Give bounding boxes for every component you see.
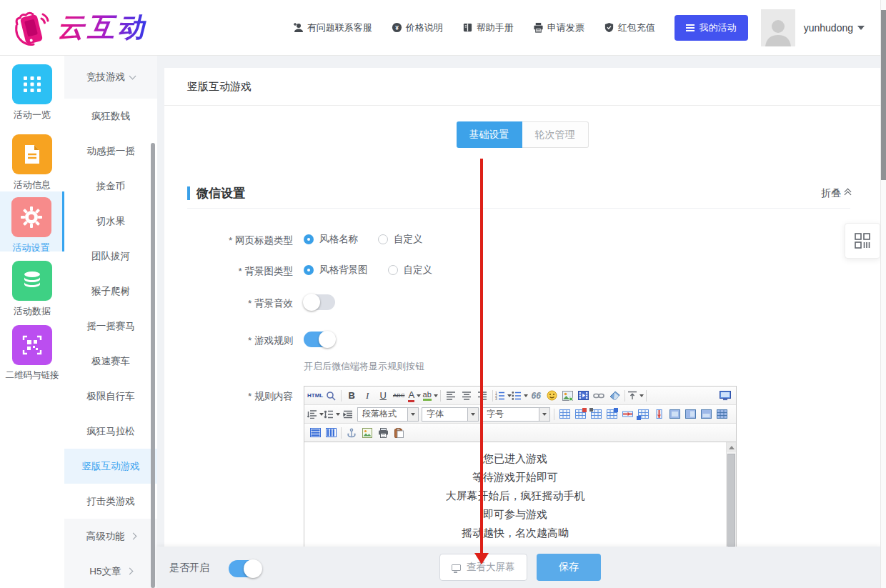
sidebar-item-activity-info[interactable]: 活动信息 (0, 134, 64, 191)
insert-column-button[interactable] (635, 407, 651, 422)
tab-round-management[interactable]: 轮次管理 (522, 121, 589, 148)
nav-contact-support[interactable]: 有问题联系客服 (292, 21, 372, 34)
align-left-button[interactable] (443, 388, 459, 403)
highlight-button[interactable]: ab (422, 388, 438, 403)
table-fill-rows-button[interactable] (307, 425, 323, 440)
font-color-button[interactable]: A (407, 388, 422, 403)
game-item[interactable]: 猴子爬树 (64, 274, 157, 309)
paste-button[interactable] (391, 425, 407, 440)
game-item[interactable]: 动感摇一摇 (64, 134, 157, 169)
sidebar-item-activity-settings[interactable]: 活动设置 (0, 191, 64, 251)
bg-sound-toggle[interactable] (304, 294, 335, 310)
strikethrough-button[interactable]: ABC (391, 388, 407, 403)
games-scrollbar[interactable] (151, 143, 155, 588)
game-item[interactable]: 疯狂马拉松 (64, 414, 157, 449)
game-item[interactable]: 摇一摇赛马 (64, 309, 157, 344)
table-icon (559, 409, 570, 419)
fullscreen-button[interactable] (717, 388, 733, 403)
editor-scrollbar-thumb[interactable] (727, 454, 735, 547)
paragraph-format-select[interactable]: 段落格式 (357, 407, 419, 422)
save-button[interactable]: 保存 (537, 554, 601, 581)
nav-pricing[interactable]: ¥ 价格说明 (392, 21, 443, 34)
underline-button[interactable]: U (375, 388, 391, 403)
table-fill-columns-button[interactable] (323, 425, 339, 440)
scroll-up-icon[interactable] (727, 442, 736, 452)
font-size-select[interactable]: 字号 (482, 407, 550, 422)
my-activities-button[interactable]: 我的活动 (675, 15, 748, 41)
avatar[interactable] (761, 9, 795, 46)
game-item[interactable]: 疯狂数钱 (64, 99, 157, 134)
image-map-button[interactable] (359, 425, 375, 440)
sidebar-item-activity-data[interactable]: 活动数据 (0, 261, 64, 318)
collapse-button[interactable]: 折叠 (821, 187, 850, 200)
tab-basic-settings[interactable]: 基础设置 (457, 121, 522, 148)
anchor-button[interactable] (344, 425, 359, 440)
page-scrollbar[interactable] (880, 0, 886, 588)
align-center-button[interactable] (459, 388, 474, 403)
page-scrollbar-thumb[interactable] (881, 10, 886, 180)
insert-image-button[interactable] (559, 388, 575, 403)
caret-down-icon (639, 394, 644, 397)
insert-video-button[interactable] (575, 388, 591, 403)
merge-down-button[interactable] (698, 407, 714, 422)
field-label-bg-type: * 背景图类型 (168, 265, 293, 278)
font-family-select[interactable]: 字体 (422, 407, 479, 422)
radio-custom-title[interactable]: 自定义 (378, 233, 423, 246)
indent-button[interactable] (340, 407, 356, 422)
game-item[interactable]: 极速赛车 (64, 344, 157, 379)
align-top-icon (627, 391, 637, 400)
red-arrow-head (474, 553, 489, 564)
remove-format-button[interactable] (607, 388, 622, 403)
user-menu[interactable]: yunhudong (804, 22, 865, 34)
game-item[interactable]: 切水果 (64, 204, 157, 239)
delete-row-button[interactable] (619, 407, 635, 422)
ordered-list-button[interactable]: 123 (495, 388, 512, 403)
paragraph-spacing-button[interactable] (324, 407, 340, 422)
merge-cells-button[interactable] (667, 407, 682, 422)
caret-down-icon (434, 394, 438, 397)
delete-row-icon (622, 409, 633, 419)
italic-button[interactable]: I (359, 388, 375, 403)
radio-style-bg[interactable]: 风格背景图 (304, 264, 368, 276)
games-footer-h5[interactable]: H5文章 (64, 554, 157, 588)
enable-toggle[interactable] (229, 560, 262, 577)
unordered-list-button[interactable] (512, 388, 528, 403)
layout-widget-button[interactable] (845, 223, 880, 259)
logo[interactable]: 云互动 (11, 9, 147, 47)
games-footer-advanced[interactable]: 高级功能 (64, 519, 157, 554)
nav-invoice[interactable]: 申请发票 (533, 21, 584, 34)
emoticon-button[interactable] (544, 388, 559, 403)
sidebar-item-qrcode-links[interactable]: 二维码与链接 (0, 325, 64, 382)
nav-redpacket-recharge[interactable]: 红包充值 (604, 21, 655, 34)
table-header-button[interactable] (588, 407, 604, 422)
delete-table-button[interactable] (572, 407, 588, 422)
html-source-button[interactable]: HTML (307, 388, 323, 403)
preview-button[interactable] (323, 388, 339, 403)
video-icon (578, 391, 589, 400)
game-item[interactable]: 打击类游戏 (64, 484, 157, 519)
merge-right-button[interactable] (682, 407, 698, 422)
radio-custom-bg[interactable]: 自定义 (388, 264, 433, 276)
insert-link-button[interactable] (591, 388, 607, 403)
games-category-competitive[interactable]: 竞技游戏 (64, 56, 157, 99)
game-rules-toggle[interactable] (304, 332, 335, 347)
game-item[interactable]: 极限自行车 (64, 379, 157, 414)
vertical-align-button[interactable] (627, 388, 644, 403)
blockquote-button[interactable]: 66 (528, 388, 544, 403)
price-badge-icon: ¥ (392, 22, 402, 33)
sidebar-item-activity-overview[interactable]: 活动一览 (0, 64, 64, 121)
merge-right-icon (685, 409, 696, 419)
print-button[interactable] (375, 425, 391, 440)
caret-down-icon (417, 394, 421, 397)
line-height-button[interactable] (307, 407, 324, 422)
delete-column-button[interactable] (651, 407, 667, 422)
game-item[interactable]: 团队拔河 (64, 239, 157, 274)
split-cell-button[interactable] (714, 407, 730, 422)
game-item[interactable]: 接金币 (64, 169, 157, 204)
radio-style-name[interactable]: 风格名称 (304, 233, 358, 246)
bold-button[interactable]: B (344, 388, 359, 403)
insert-table-button[interactable] (557, 407, 572, 422)
game-item-selected[interactable]: 竖版互动游戏 (64, 449, 157, 484)
nav-help-manual[interactable]: 帮助手册 (462, 21, 514, 34)
insert-row-button[interactable] (604, 407, 619, 422)
